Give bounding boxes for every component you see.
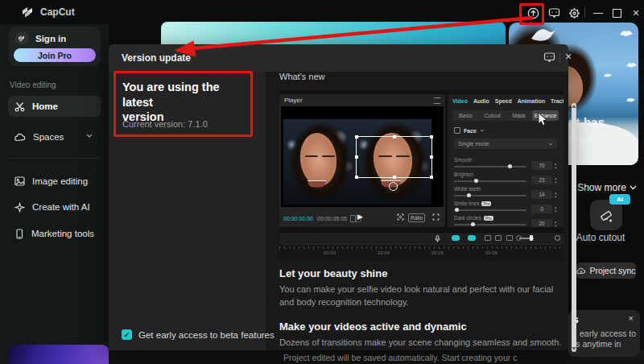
scrollbar[interactable] xyxy=(572,103,576,352)
ai-badge: AI xyxy=(609,194,630,205)
scissors-icon xyxy=(14,101,25,112)
pro-badge: Pro xyxy=(484,216,493,221)
selection-box xyxy=(356,136,432,178)
tab-tracking: Tracking xyxy=(551,98,564,104)
status-bar: Project edited will be saved automatical… xyxy=(109,350,644,364)
stepper-icons: ▴▾ xyxy=(555,162,557,170)
beta-access-row[interactable]: ✓ Get early access to beta features xyxy=(122,329,275,340)
checkbox-checked-icon[interactable]: ✓ xyxy=(122,329,132,340)
sidebar-item-label: Home xyxy=(32,101,58,111)
sidebar-item-spaces[interactable]: Spaces xyxy=(8,126,101,147)
tick-label: 00:05 xyxy=(431,250,444,255)
player-controls: 00:00:00:00 00:00:05:05 ▶ Ratio xyxy=(279,209,445,227)
feature-heading: Let your beauty shine xyxy=(279,267,387,279)
play-icon: ▶ xyxy=(357,213,363,221)
bird-icon xyxy=(530,26,557,43)
capcut-logo-icon xyxy=(23,7,35,18)
focus-icon xyxy=(397,213,404,221)
sidebar-item-label: Marketing tools xyxy=(31,229,94,238)
tab-animation: Animation xyxy=(518,98,545,104)
header-divider xyxy=(559,53,560,63)
chevron-down-icon xyxy=(86,134,93,138)
toast-text: early access to xyxy=(580,329,636,338)
toast-text: is anytime in xyxy=(574,339,621,349)
sidebar-item-image-editing[interactable]: Image editing xyxy=(8,171,101,192)
cloud-sync-icon xyxy=(576,267,586,275)
rotate-handle-icon xyxy=(389,182,398,191)
feature-body: You can make your selfie video look natu… xyxy=(279,283,563,309)
titlebar-divider xyxy=(584,7,585,17)
stepper-icons: ▴▾ xyxy=(555,220,557,227)
join-pro-button[interactable]: Join Pro xyxy=(14,48,96,62)
tick-label: 00:03 xyxy=(324,250,336,255)
slider-track xyxy=(454,180,526,182)
slider-label: Brighten xyxy=(454,172,473,177)
show-more-button[interactable]: Show more xyxy=(573,182,641,193)
promo-banner-teal[interactable] xyxy=(161,22,506,46)
whats-new-label: What's new xyxy=(279,72,325,81)
sidebar-divider xyxy=(8,158,101,159)
video-preview xyxy=(281,106,444,207)
annotation-box-latest-version xyxy=(114,71,253,137)
bird-icon xyxy=(620,29,633,36)
editor-toolbar-image xyxy=(279,232,564,244)
maximize-button[interactable] xyxy=(609,6,624,20)
chevron-down-icon xyxy=(630,185,637,190)
sidebar-item-label: Create with AI xyxy=(32,202,90,212)
capcut-logo: CapCut xyxy=(23,6,75,18)
minimize-button[interactable]: — xyxy=(591,6,605,20)
sidebar-item-home[interactable]: Home xyxy=(8,96,101,117)
tab-speed: Speed xyxy=(495,98,512,104)
link-icon xyxy=(485,235,491,241)
slider-track xyxy=(454,209,526,211)
total-time: 00:00:05:05 xyxy=(317,216,347,221)
zoom-icon xyxy=(555,235,560,241)
dialog-title: Version update xyxy=(122,52,191,64)
sidebar-item-marketing-tools[interactable]: Marketing tools xyxy=(8,223,101,244)
volume-thumb xyxy=(530,235,533,241)
subtab-basic: Basic xyxy=(452,113,479,118)
feedback-icon[interactable] xyxy=(543,52,555,63)
mode-value: Single mode xyxy=(458,141,489,147)
tick-label: 00:04 xyxy=(378,250,390,255)
slider-value: 14 xyxy=(531,190,552,199)
project-sync-button[interactable]: Project sync xyxy=(576,263,636,279)
slider-track xyxy=(454,195,526,196)
ruler-ticks xyxy=(279,246,564,249)
settings-icon[interactable] xyxy=(567,6,581,20)
player-title: Player xyxy=(284,97,303,104)
subtab-cutout: Cutout xyxy=(479,113,506,118)
slider-label: Smooth xyxy=(454,157,472,163)
bird-icon xyxy=(626,97,635,102)
tab-video: Video xyxy=(452,98,468,104)
dialog-close-icon[interactable]: × xyxy=(565,50,572,63)
avatar[interactable] xyxy=(15,31,29,45)
notification-toast: s × early access to is anytime in xyxy=(568,310,640,357)
toast-close-icon[interactable]: × xyxy=(629,313,634,323)
tab-audio: Audio xyxy=(473,98,489,104)
sidebar-item-label: Spaces xyxy=(33,132,64,142)
close-button[interactable]: × xyxy=(629,6,643,20)
scroll-up-arrow[interactable] xyxy=(572,105,576,108)
slider-label: Dark circlesPro xyxy=(454,215,493,221)
scroll-down-arrow[interactable] xyxy=(572,347,576,350)
template-thumbnail[interactable] xyxy=(8,345,109,364)
ratio-button: Ratio xyxy=(408,213,425,222)
split-icon xyxy=(452,235,460,241)
titlebar: CapCut — × xyxy=(0,0,644,24)
section-label-video-editing: Video editing xyxy=(10,81,56,89)
mouse-cursor-icon xyxy=(538,113,548,126)
slider-track xyxy=(454,166,526,168)
signin-button[interactable]: Sign in xyxy=(35,34,66,43)
whats-new-screenshot: Player xyxy=(279,90,564,260)
timeline-ruler-image: 00:03 00:04 00:05 00:06 xyxy=(279,244,564,261)
sidebar-item-create-with-ai[interactable]: Create with AI xyxy=(8,196,101,217)
freeze-icon xyxy=(468,235,476,241)
player-panel-image: Player xyxy=(279,94,445,227)
current-time: 00:00:00:00 xyxy=(283,216,313,221)
feedback-icon[interactable] xyxy=(547,6,561,20)
subtab-mask: Mask xyxy=(506,113,532,118)
fullscreen-icon xyxy=(432,213,440,221)
image-icon xyxy=(14,176,25,186)
feature-body: Dozens of transitions make your scene ch… xyxy=(279,337,563,350)
